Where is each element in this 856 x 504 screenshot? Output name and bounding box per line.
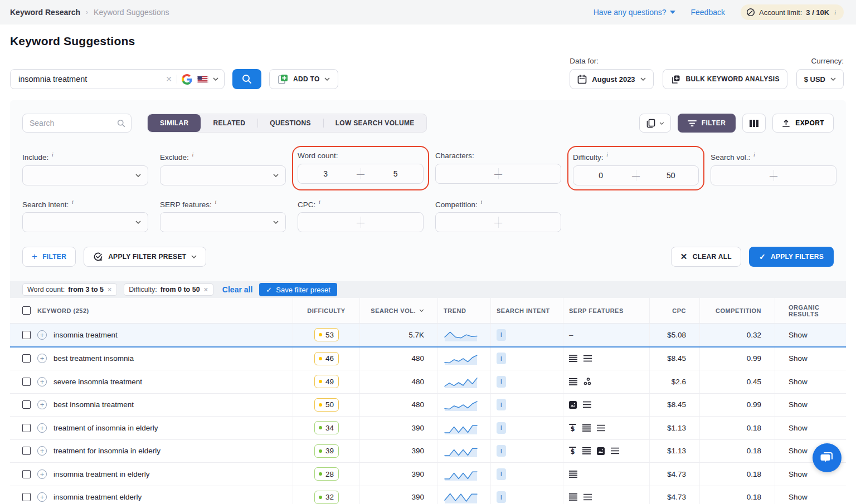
- select-all-checkbox[interactable]: [22, 306, 31, 315]
- competition-range[interactable]: —: [435, 212, 561, 232]
- info-icon[interactable]: i: [606, 151, 608, 158]
- remove-chip-icon[interactable]: ✕: [203, 286, 208, 293]
- add-filter-button[interactable]: + FILTER: [22, 247, 76, 267]
- search-intent-badge[interactable]: I: [497, 399, 506, 410]
- column-header-competition[interactable]: COMPETITION: [699, 298, 775, 323]
- add-keyword-icon[interactable]: +: [37, 423, 47, 433]
- chips-clear-all-link[interactable]: Clear all: [222, 285, 252, 294]
- search-button[interactable]: [232, 69, 261, 89]
- copy-dropdown-button[interactable]: [639, 114, 671, 133]
- export-button[interactable]: EXPORT: [772, 114, 834, 133]
- organic-results-show-link[interactable]: Show: [789, 470, 808, 478]
- info-icon[interactable]: i: [319, 199, 320, 205]
- search-intent-badge[interactable]: I: [497, 491, 506, 503]
- search-intent-badge[interactable]: I: [497, 468, 506, 480]
- difficulty-range[interactable]: 0 — 50: [573, 165, 699, 185]
- column-header-difficulty[interactable]: DIFFICULTY: [293, 298, 359, 323]
- remove-chip-icon[interactable]: ✕: [107, 286, 112, 293]
- difficulty-min-input[interactable]: 0: [576, 171, 626, 180]
- add-keyword-icon[interactable]: +: [37, 400, 47, 409]
- include-select[interactable]: [22, 165, 148, 185]
- column-header-keyword[interactable]: KEYWORD (252): [10, 298, 293, 323]
- info-icon[interactable]: i: [192, 151, 194, 158]
- column-header-organic-results[interactable]: ORGANIC RESULTS: [775, 298, 846, 323]
- row-checkbox[interactable]: [22, 470, 31, 478]
- column-header-trend[interactable]: TREND: [437, 298, 490, 323]
- organic-results-show-link[interactable]: Show: [789, 447, 808, 455]
- organic-results-show-link[interactable]: Show: [789, 424, 808, 432]
- column-header-search-intent[interactable]: SEARCH INTENT: [490, 298, 563, 323]
- row-checkbox[interactable]: [22, 331, 31, 339]
- search-intent-select[interactable]: [22, 212, 148, 232]
- row-checkbox[interactable]: [22, 424, 31, 432]
- add-keyword-icon[interactable]: +: [37, 330, 47, 340]
- questions-dropdown[interactable]: Have any questions?: [594, 8, 675, 17]
- add-to-button[interactable]: ADD TO: [269, 69, 338, 89]
- search-intent-badge[interactable]: I: [497, 353, 506, 364]
- row-checkbox[interactable]: [22, 493, 31, 501]
- currency-dropdown[interactable]: $ USD: [796, 69, 844, 89]
- keyword-search-input[interactable]: insomnia treatment ✕: [10, 69, 225, 89]
- info-icon[interactable]: i: [52, 151, 54, 158]
- column-header-cpc[interactable]: CPC: [649, 298, 699, 323]
- date-range-dropdown[interactable]: August 2023: [570, 69, 653, 89]
- cpc-range[interactable]: —: [298, 212, 424, 232]
- add-keyword-icon[interactable]: +: [37, 377, 47, 386]
- apply-filters-button[interactable]: ✓ APPLY FILTERS: [749, 247, 834, 267]
- save-filter-preset-button[interactable]: ✓Save filter preset: [259, 283, 337, 296]
- info-icon[interactable]: i: [753, 151, 755, 158]
- columns-button[interactable]: [742, 114, 766, 133]
- column-header-serp-features[interactable]: SERP FEATURES: [563, 298, 649, 323]
- word-count-range[interactable]: 3 — 5: [298, 164, 424, 184]
- characters-range[interactable]: —: [435, 164, 561, 184]
- table-header-row: KEYWORD (252)DIFFICULTYSEARCH VOL. TREND…: [10, 298, 846, 324]
- search-intent-badge[interactable]: I: [497, 376, 506, 388]
- chevron-down-icon[interactable]: [213, 77, 218, 81]
- search-intent-badge[interactable]: I: [497, 329, 506, 341]
- filter-button[interactable]: FILTER: [678, 114, 736, 133]
- exclude-select[interactable]: [160, 165, 286, 185]
- word-count-max-input[interactable]: 5: [371, 169, 421, 178]
- row-checkbox[interactable]: [22, 378, 31, 386]
- difficulty-max-input[interactable]: 50: [646, 171, 696, 180]
- organic-results-show-link[interactable]: Show: [789, 331, 808, 339]
- clear-search-icon[interactable]: ✕: [166, 75, 172, 84]
- search-vol-range[interactable]: —: [711, 165, 836, 185]
- table-search-input[interactable]: Search: [22, 114, 132, 133]
- breadcrumb-parent[interactable]: Keyword Research: [10, 8, 80, 17]
- row-checkbox[interactable]: [22, 354, 31, 363]
- apply-filter-preset-dropdown[interactable]: APPLY FILTER PRESET: [84, 247, 206, 267]
- clear-all-button[interactable]: ✕ CLEAR ALL: [671, 247, 741, 267]
- column-header-search-vol[interactable]: SEARCH VOL.: [359, 298, 437, 323]
- info-icon[interactable]: i: [215, 199, 217, 205]
- add-keyword-icon[interactable]: +: [37, 469, 47, 479]
- search-intent-badge[interactable]: I: [497, 422, 506, 434]
- keyword-search-value[interactable]: insomnia treatment: [18, 75, 161, 84]
- sort-chevron-icon[interactable]: [419, 309, 424, 312]
- add-keyword-icon[interactable]: +: [37, 446, 47, 456]
- chat-widget-button[interactable]: [813, 443, 842, 472]
- info-icon[interactable]: i: [72, 199, 74, 205]
- add-keyword-icon[interactable]: +: [37, 492, 47, 502]
- info-icon[interactable]: i: [834, 9, 836, 16]
- tab-related[interactable]: RELATED: [201, 114, 257, 132]
- organic-results-show-link[interactable]: Show: [789, 354, 808, 363]
- bulk-keyword-analysis-button[interactable]: BULK KEYWORD ANALYSIS: [663, 69, 787, 89]
- search-intent-badge[interactable]: I: [497, 445, 506, 457]
- word-count-min-input[interactable]: 3: [300, 169, 351, 178]
- tab-questions[interactable]: QUESTIONS: [257, 114, 323, 132]
- account-limit-badge[interactable]: Account limit: 3 / 10K i: [741, 4, 844, 20]
- organic-results-show-link[interactable]: Show: [789, 493, 808, 501]
- serp-features-label: SERP features: i: [160, 199, 286, 209]
- serp-snippet-icon: [569, 355, 577, 362]
- serp-features-select[interactable]: [160, 212, 286, 232]
- add-keyword-icon[interactable]: +: [37, 354, 47, 363]
- feedback-link[interactable]: Feedback: [691, 8, 725, 17]
- organic-results-show-link[interactable]: Show: [789, 400, 808, 409]
- tab-low-search-volume[interactable]: LOW SEARCH VOLUME: [323, 114, 427, 132]
- row-checkbox[interactable]: [22, 400, 31, 409]
- row-checkbox[interactable]: [22, 447, 31, 455]
- tab-similar[interactable]: SIMILAR: [148, 114, 201, 132]
- info-icon[interactable]: i: [481, 199, 483, 205]
- organic-results-show-link[interactable]: Show: [789, 378, 808, 386]
